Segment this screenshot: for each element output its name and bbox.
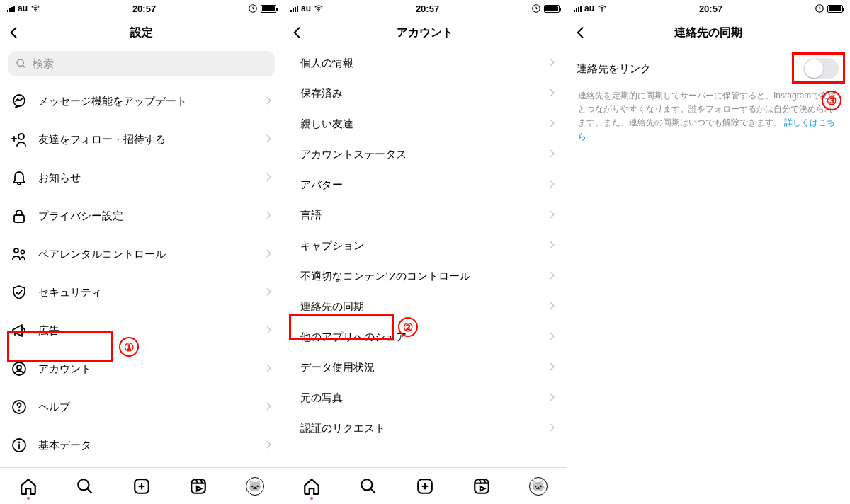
chevron-right-icon [547, 362, 557, 374]
avatar-icon: 🐱 [246, 477, 264, 496]
status-bar: au 20:57 [283, 0, 567, 17]
svg-point-12 [17, 365, 21, 370]
chevron-left-icon [574, 25, 588, 40]
nav-bar: 設定 [0, 17, 283, 48]
tab-profile[interactable]: 🐱 [528, 476, 549, 497]
row-label: プライバシー設定 [38, 210, 264, 223]
tab-reels[interactable] [471, 476, 492, 497]
screenshot-settings: au 20:57 設定 検索 メッセージ機能をアップデート友達をフォロー・招待す… [0, 0, 283, 504]
chevron-right-icon [547, 331, 557, 343]
svg-point-0 [35, 11, 35, 11]
account-row-2[interactable]: 親しい友達 [283, 109, 567, 139]
carrier-label: au [18, 4, 28, 13]
chevron-right-icon [547, 392, 557, 404]
account-row-5[interactable]: 言語 [283, 200, 567, 231]
svg-point-40 [601, 11, 602, 11]
chevron-right-icon [547, 240, 557, 252]
account-row-1[interactable]: 保存済み [283, 79, 567, 109]
svg-point-30 [361, 479, 372, 490]
tab-home[interactable] [301, 476, 322, 497]
annotation-box-3 [792, 52, 845, 84]
page-title: アカウント [397, 25, 453, 40]
back-button[interactable] [4, 23, 24, 42]
annotation-number-3: ③ [822, 91, 842, 110]
back-button[interactable] [571, 23, 591, 42]
plus-square-icon [416, 477, 434, 496]
row-label: アカウント [38, 362, 264, 376]
wifi-icon [30, 4, 40, 13]
svg-point-28 [318, 11, 319, 11]
chevron-right-icon [264, 172, 273, 184]
account-row-11[interactable]: 元の写真 [283, 383, 567, 413]
svg-marker-39 [480, 486, 485, 491]
search-icon [359, 477, 378, 496]
rotation-lock-icon [531, 4, 541, 13]
tab-create[interactable] [131, 476, 152, 497]
row-label: ヘルプ [38, 401, 264, 414]
chevron-right-icon [264, 440, 273, 452]
tab-search[interactable] [74, 476, 96, 497]
chevron-right-icon [264, 363, 273, 375]
reels-icon [189, 477, 208, 496]
chevron-right-icon [264, 210, 273, 222]
reels-icon [472, 477, 491, 496]
toggle-label: 連絡先をリンク [577, 62, 803, 76]
svg-line-3 [23, 65, 26, 68]
settings-row-shield[interactable]: セキュリティ [0, 273, 283, 311]
account-row-6[interactable]: キャプション [283, 231, 567, 261]
svg-point-7 [18, 134, 24, 139]
chevron-right-icon [264, 134, 273, 146]
tab-reels[interactable] [188, 476, 209, 497]
search-input[interactable]: 検索 [8, 51, 275, 76]
status-bar: au 20:57 [0, 0, 283, 17]
account-row-12[interactable]: 認証のリクエスト [283, 413, 567, 444]
settings-row-help[interactable]: ヘルプ [0, 388, 283, 426]
back-button[interactable] [288, 23, 307, 42]
account-row-7[interactable]: 不適切なコンテンツのコントロール [283, 261, 567, 292]
account-row-10[interactable]: データ使用状況 [283, 353, 567, 383]
messenger-icon [10, 92, 28, 110]
svg-point-18 [78, 479, 89, 490]
notification-dot [310, 497, 313, 500]
parental-icon [10, 245, 28, 263]
screenshot-contact-sync: au 20:57 連絡先の同期 連絡先をリンク 連絡先を定期的に同期してサーバー… [567, 0, 850, 504]
tab-search[interactable] [358, 476, 379, 497]
home-icon [302, 477, 321, 496]
addfriend-icon [10, 130, 28, 149]
row-label: メッセージ機能をアップデート [38, 95, 264, 108]
settings-row-messenger[interactable]: メッセージ機能をアップデート [0, 82, 283, 120]
tab-profile[interactable]: 🐱 [244, 476, 266, 497]
carrier-label: au [584, 4, 594, 13]
account-row-3[interactable]: アカウントステータス [283, 139, 567, 170]
tab-create[interactable] [414, 476, 436, 497]
account-row-4[interactable]: アバター [283, 170, 567, 200]
svg-point-10 [21, 251, 25, 254]
svg-line-19 [87, 488, 92, 493]
shield-icon [10, 283, 28, 302]
annotation-box-1 [7, 331, 113, 362]
rotation-lock-icon [815, 4, 824, 13]
settings-row-bell[interactable]: お知らせ [0, 159, 283, 197]
chevron-right-icon [264, 248, 273, 260]
tab-home[interactable] [18, 476, 39, 497]
chevron-right-icon [547, 149, 557, 161]
chevron-right-icon [264, 325, 273, 337]
account-row-0[interactable]: 個人の情報 [283, 48, 567, 79]
row-label: 不適切なコンテンツのコントロール [300, 270, 547, 283]
settings-row-addfriend[interactable]: 友達をフォロー・招待する [0, 120, 283, 159]
settings-row-parental[interactable]: ペアレンタルコントロール [0, 235, 283, 273]
description-text: 連絡先を定期的に同期してサーバーに保管すると、Instagramで友達とつながり… [567, 89, 850, 144]
row-label: 連絡先の同期 [300, 300, 547, 314]
settings-row-info[interactable]: 基本データ [0, 426, 283, 464]
svg-marker-27 [197, 486, 202, 491]
clock: 20:57 [416, 4, 439, 14]
wifi-icon [597, 4, 607, 13]
settings-row-lock[interactable]: プライバシー設定 [0, 197, 283, 235]
nav-bar: 連絡先の同期 [567, 17, 850, 48]
chevron-right-icon [547, 423, 557, 435]
row-label: 保存済み [300, 87, 547, 101]
bottom-nav: 🐱 [0, 467, 283, 504]
bottom-nav: 🐱 [283, 467, 567, 504]
search-icon [16, 58, 27, 69]
avatar-icon: 🐱 [529, 477, 548, 496]
